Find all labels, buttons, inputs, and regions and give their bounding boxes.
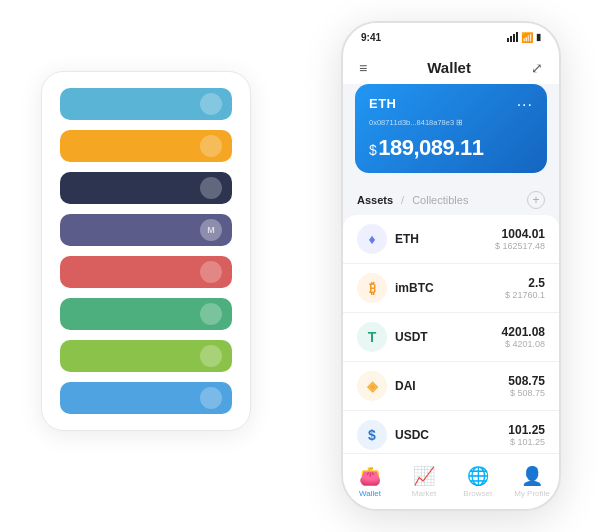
- signal-icon: [507, 32, 518, 42]
- eth-dollar-sign: $: [369, 142, 376, 158]
- eth-card-label: ETH: [369, 96, 397, 111]
- asset-values-imbtc: 2.5$ 21760.1: [505, 276, 545, 300]
- asset-item-dai[interactable]: ◈DAI508.75$ 508.75: [343, 362, 559, 411]
- color-bar-1: [60, 130, 232, 162]
- eth-balance-value: 189,089.11: [378, 135, 483, 160]
- nav-item-browser[interactable]: 🌐Browser: [451, 465, 505, 498]
- phone-content: ETH ··· 0x08711d3b...8418a78e3 ⊞ $189,08…: [343, 84, 559, 453]
- phone: 9:41 📶 ▮ ≡ Wallet ⤢ ETH: [341, 21, 561, 511]
- asset-list: ♦ETH1004.01$ 162517.48₿imBTC2.5$ 21760.1…: [343, 215, 559, 453]
- asset-item-usdc[interactable]: $USDC101.25$ 101.25: [343, 411, 559, 453]
- bottom-nav: 👛Wallet📈Market🌐Browser👤My Profile: [343, 453, 559, 509]
- nav-icon-market: 📈: [413, 465, 435, 487]
- nav-icon-browser: 🌐: [467, 465, 489, 487]
- nav-item-market[interactable]: 📈Market: [397, 465, 451, 498]
- asset-usd: $ 21760.1: [505, 290, 545, 300]
- asset-name-usdc: USDC: [395, 428, 508, 442]
- nav-item-my-profile[interactable]: 👤My Profile: [505, 465, 559, 498]
- asset-usd: $ 508.75: [508, 388, 545, 398]
- eth-balance: $189,089.11: [369, 135, 533, 161]
- color-bar-4: [60, 256, 232, 288]
- color-bar-5: [60, 298, 232, 330]
- asset-amount: 101.25: [508, 423, 545, 437]
- eth-card-top: ETH ···: [369, 96, 533, 114]
- color-bar-6: [60, 340, 232, 372]
- add-asset-button[interactable]: +: [527, 191, 545, 209]
- header-title: Wallet: [427, 59, 471, 76]
- asset-item-usdt[interactable]: TUSDT4201.08$ 4201.08: [343, 313, 559, 362]
- eth-address: 0x08711d3b...8418a78e3 ⊞: [369, 118, 533, 127]
- asset-name-usdt: USDT: [395, 330, 502, 344]
- asset-usd: $ 162517.48: [495, 241, 545, 251]
- assets-tabs: Assets / Collectibles: [357, 194, 468, 206]
- expand-icon[interactable]: ⤢: [531, 60, 543, 76]
- asset-amount: 1004.01: [495, 227, 545, 241]
- asset-icon-dai: ◈: [357, 371, 387, 401]
- asset-values-dai: 508.75$ 508.75: [508, 374, 545, 398]
- wifi-icon: 📶: [521, 32, 533, 43]
- color-bar-7: [60, 382, 232, 414]
- asset-name-imbtc: imBTC: [395, 281, 505, 295]
- menu-icon[interactable]: ≡: [359, 60, 367, 76]
- eth-card-dots[interactable]: ···: [517, 96, 533, 114]
- bg-card: M: [41, 71, 251, 431]
- asset-amount: 2.5: [505, 276, 545, 290]
- tab-assets[interactable]: Assets: [357, 194, 393, 206]
- asset-usd: $ 4201.08: [502, 339, 545, 349]
- asset-values-usdt: 4201.08$ 4201.08: [502, 325, 545, 349]
- color-bar-0: [60, 88, 232, 120]
- nav-label-browser: Browser: [463, 489, 492, 498]
- status-time: 9:41: [361, 32, 381, 43]
- asset-icon-usdc: $: [357, 420, 387, 450]
- nav-item-wallet[interactable]: 👛Wallet: [343, 465, 397, 498]
- asset-icon-usdt: T: [357, 322, 387, 352]
- color-bar-3: M: [60, 214, 232, 246]
- asset-name-eth: ETH: [395, 232, 495, 246]
- asset-item-eth[interactable]: ♦ETH1004.01$ 162517.48: [343, 215, 559, 264]
- asset-amount: 4201.08: [502, 325, 545, 339]
- nav-icon-my-profile: 👤: [521, 465, 543, 487]
- color-bar-2: [60, 172, 232, 204]
- asset-item-imbtc[interactable]: ₿imBTC2.5$ 21760.1: [343, 264, 559, 313]
- scene: M 9:41 📶 ▮ ≡ Wallet ⤢: [11, 11, 591, 521]
- nav-label-wallet: Wallet: [359, 489, 381, 498]
- eth-card[interactable]: ETH ··· 0x08711d3b...8418a78e3 ⊞ $189,08…: [355, 84, 547, 173]
- asset-usd: $ 101.25: [508, 437, 545, 447]
- phone-header: ≡ Wallet ⤢: [343, 51, 559, 84]
- asset-icon-imbtc: ₿: [357, 273, 387, 303]
- tab-divider: /: [401, 194, 404, 206]
- asset-values-usdc: 101.25$ 101.25: [508, 423, 545, 447]
- status-bar: 9:41 📶 ▮: [343, 23, 559, 51]
- asset-amount: 508.75: [508, 374, 545, 388]
- asset-values-eth: 1004.01$ 162517.48: [495, 227, 545, 251]
- nav-label-market: Market: [412, 489, 436, 498]
- nav-label-my-profile: My Profile: [514, 489, 550, 498]
- asset-name-dai: DAI: [395, 379, 508, 393]
- nav-icon-wallet: 👛: [359, 465, 381, 487]
- status-icons: 📶 ▮: [507, 32, 541, 43]
- assets-header: Assets / Collectibles +: [343, 183, 559, 215]
- tab-collectibles[interactable]: Collectibles: [412, 194, 468, 206]
- asset-icon-eth: ♦: [357, 224, 387, 254]
- battery-icon: ▮: [536, 32, 541, 42]
